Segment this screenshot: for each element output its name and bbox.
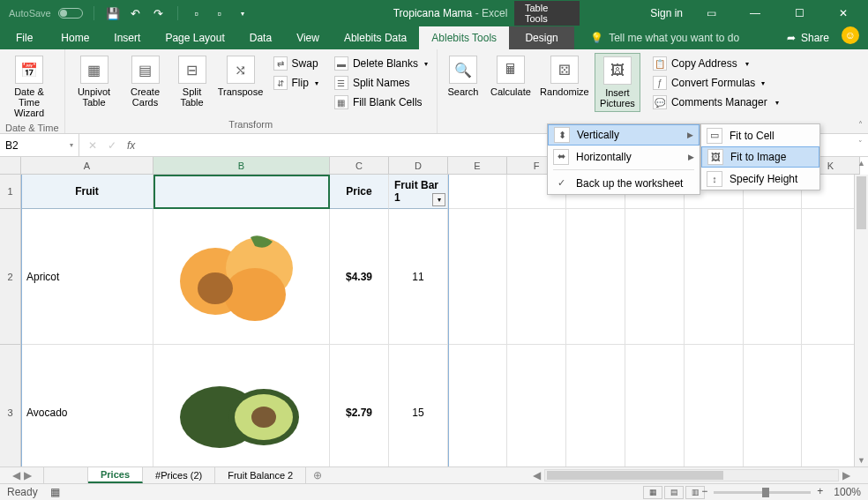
empty-cell[interactable] [685, 209, 744, 345]
empty-cell[interactable] [507, 209, 566, 345]
minimize-icon[interactable]: — [739, 0, 771, 26]
autosave-toggle[interactable] [58, 8, 83, 19]
share-button[interactable]: ➦ Share [774, 26, 842, 49]
collapse-ribbon-icon[interactable]: ˄ [858, 120, 863, 130]
tab-file[interactable]: File [0, 26, 49, 49]
tab-home[interactable]: Home [49, 26, 101, 49]
menuitem-vertically[interactable]: ⬍ Vertically ▶ [548, 124, 700, 146]
empty-cell[interactable] [625, 209, 685, 345]
empty-cell[interactable] [448, 345, 507, 481]
menuitem-backup[interactable]: ✓ Back up the worksheet [548, 172, 700, 194]
empty-cell[interactable] [625, 345, 685, 481]
col-header-C[interactable]: C [330, 157, 389, 175]
sheet-tab-prices[interactable]: Prices [88, 467, 143, 483]
col-header-A[interactable]: A [21, 157, 153, 175]
zoom-slider[interactable] [714, 491, 811, 494]
tab-insert[interactable]: Insert [101, 26, 153, 49]
cancel-formula-icon[interactable]: ✕ [88, 139, 97, 152]
sign-in-link[interactable]: Sign in [650, 7, 683, 19]
empty-cell[interactable] [685, 345, 744, 481]
tab-page-layout[interactable]: Page Layout [153, 26, 236, 49]
convert-formulas-button[interactable]: ƒConvert Formulas▾ [649, 74, 782, 92]
name-box[interactable]: ▾ [0, 134, 79, 156]
empty-cell[interactable] [744, 209, 802, 345]
empty-cell[interactable] [802, 345, 860, 481]
qat-dropdown-icon[interactable]: ▾ [235, 5, 251, 21]
cell-price-1[interactable]: $2.79 [330, 345, 389, 481]
menuitem-horizontally[interactable]: ⬌ Horizontally ▶ [548, 146, 700, 168]
qat-icon-1[interactable]: ▫ [189, 5, 205, 21]
calculate-button[interactable]: 🖩Calculate [487, 53, 535, 100]
sheet-nav-arrows[interactable]: ◀▶ [0, 467, 44, 483]
qat-icon-2[interactable]: ▫ [212, 5, 228, 21]
header-fruit[interactable]: Fruit [21, 175, 153, 209]
cell-price-0[interactable]: $4.39 [330, 209, 389, 345]
row-header-3[interactable]: 3 [0, 345, 21, 481]
enter-formula-icon[interactable]: ✓ [108, 139, 116, 152]
col-header-D[interactable]: D [389, 157, 448, 175]
header-b-selected[interactable] [153, 175, 330, 209]
sheet-tab-prices2[interactable]: #Prices (2) [143, 467, 215, 483]
tab-view[interactable]: View [284, 26, 332, 49]
new-sheet-button[interactable]: ⊕ [306, 467, 329, 483]
macro-record-icon[interactable]: ▦ [50, 486, 60, 498]
fx-icon[interactable]: fx [127, 139, 135, 152]
swap-button[interactable]: ⇄Swap [270, 55, 322, 72]
cell-fruit-1[interactable]: Avocado [21, 345, 153, 481]
fill-blank-button[interactable]: ▦Fill Blank Cells [331, 93, 431, 111]
tab-ablebits-data[interactable]: Ablebits Data [332, 26, 419, 49]
horizontal-scrollbar[interactable]: ◀ ▶ [529, 466, 854, 483]
view-normal-icon[interactable]: ▦ [643, 486, 662, 499]
empty-cell[interactable] [802, 209, 860, 345]
cell-image-0[interactable] [153, 209, 330, 345]
filter-dropdown-icon[interactable]: ▾ [432, 193, 445, 206]
expand-formula-bar-icon[interactable]: ˅ [858, 139, 863, 148]
sheet-tab-fruit-balance[interactable]: Fruit Balance 2 [215, 467, 306, 483]
menuitem-fit-to-image[interactable]: 🖼 Fit to Image [701, 146, 819, 168]
create-cards-button[interactable]: ▤Create Cards [122, 53, 169, 110]
menuitem-specify-height[interactable]: ↕ Specify Height [701, 168, 819, 190]
col-header-E[interactable]: E [448, 157, 507, 175]
transpose-button[interactable]: ⤭Transpose [215, 53, 266, 100]
delete-blanks-button[interactable]: ▬Delete Blanks▾ [331, 55, 431, 72]
undo-icon[interactable]: ↶ [128, 5, 144, 21]
cell-fruit-0[interactable]: Apricot [21, 209, 153, 345]
split-names-button[interactable]: ☰Split Names [331, 74, 431, 92]
tell-me-search[interactable]: 💡 Tell me what you want to do [574, 26, 774, 49]
col-header-B[interactable]: B [153, 157, 330, 175]
empty-header[interactable] [448, 175, 507, 209]
tab-ablebits-tools[interactable]: Ablebits Tools [419, 26, 509, 49]
header-price[interactable]: Price [330, 175, 389, 209]
empty-cell[interactable] [448, 209, 507, 345]
randomize-button[interactable]: ⚄Randomize [538, 53, 591, 100]
row-header-2[interactable]: 2 [0, 209, 21, 345]
save-icon[interactable]: 💾 [105, 5, 121, 21]
cell-image-1[interactable] [153, 345, 330, 481]
insert-pictures-button[interactable]: 🖼Insert Pictures [595, 53, 640, 112]
zoom-level[interactable]: 100% [834, 486, 861, 498]
flip-button[interactable]: ⇵Flip▾ [270, 74, 322, 92]
name-box-input[interactable] [5, 139, 49, 152]
unpivot-table-button[interactable]: ▦Unpivot Table [71, 53, 118, 110]
cell-bar-0[interactable]: 11 [389, 209, 448, 345]
ribbon-display-icon[interactable]: ▭ [695, 0, 727, 26]
feedback-smiley-icon[interactable]: ☺ [842, 26, 859, 44]
comments-manager-button[interactable]: 💬Comments Manager▾ [649, 93, 782, 111]
split-table-button[interactable]: ⊟Split Table [173, 53, 212, 110]
empty-cell[interactable] [566, 345, 625, 481]
tab-data[interactable]: Data [237, 26, 284, 49]
maximize-icon[interactable]: ☐ [783, 0, 815, 26]
redo-icon[interactable]: ↷ [151, 5, 167, 21]
cell-bar-1[interactable]: 15 [389, 345, 448, 481]
empty-cell[interactable] [507, 345, 566, 481]
empty-cell[interactable] [566, 209, 625, 345]
tab-design[interactable]: Design [509, 26, 574, 49]
search-button[interactable]: 🔍Search [443, 53, 483, 100]
select-all-corner[interactable] [0, 157, 21, 175]
menuitem-fit-to-cell[interactable]: ▭ Fit to Cell [701, 124, 819, 146]
empty-cell[interactable] [744, 345, 802, 481]
row-header-1[interactable]: 1 [0, 175, 21, 209]
vertical-scrollbar[interactable]: ▲ ▼ [854, 175, 868, 466]
copy-address-button[interactable]: 📋Copy Address▾ [649, 55, 782, 72]
date-time-wizard-button[interactable]: 📅 Date & Time Wizard [5, 53, 53, 121]
